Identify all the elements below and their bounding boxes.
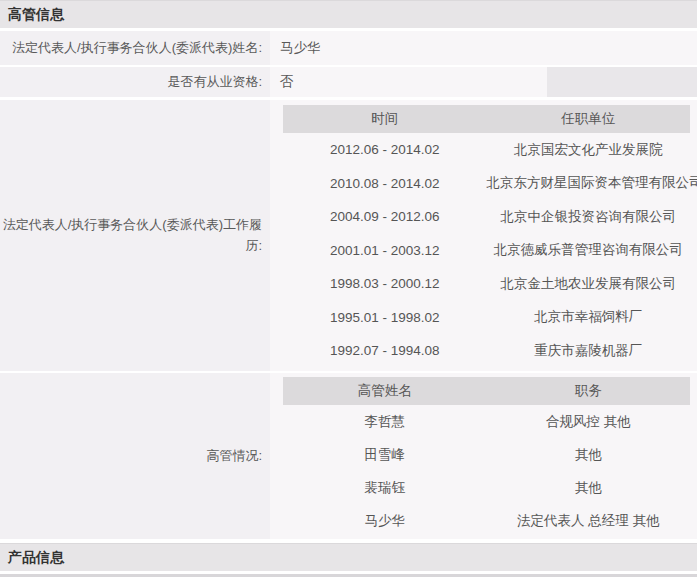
executive-name-cell: 马少华: [283, 512, 487, 530]
table-row: 1998.03 - 2000.12 北京金土地农业发展有限公司: [283, 267, 690, 301]
section-header-executive-info: 高管信息: [0, 0, 697, 28]
time-cell: 2012.06 - 2014.02: [283, 142, 487, 157]
section-title: 高管信息: [8, 6, 64, 24]
work-history-label: 法定代表人/执行事务合伙人(委派代表)工作履历:: [0, 215, 262, 255]
employer-cell: 北京金土地农业发展有限公司: [487, 275, 691, 293]
time-cell: 1992.07 - 1994.08: [283, 343, 487, 358]
legal-rep-name-label: 法定代表人/执行事务合伙人(委派代表)姓名:: [12, 38, 262, 58]
table-row: 2010.08 - 2014.02 北京东方财星国际资本管理有限公司: [283, 167, 690, 201]
column-header-position: 职务: [487, 377, 691, 405]
employer-cell: 重庆市嘉陵机器厂: [487, 342, 691, 360]
work-history-label-cell: 法定代表人/执行事务合伙人(委派代表)工作履历:: [0, 100, 270, 371]
legal-rep-name-value: 马少华: [280, 39, 321, 57]
employer-cell: 北京东方财星国际资本管理有限公司: [487, 174, 691, 192]
position-cell: 法定代表人 总经理 其他: [487, 512, 691, 530]
empty-cell-filler: [547, 67, 697, 97]
table-row: 马少华 法定代表人 总经理 其他: [283, 504, 690, 537]
column-header-executive-name: 高管姓名: [283, 377, 487, 405]
table-row: 2012.06 - 2014.02 北京国宏文化产业发展院: [283, 133, 690, 167]
employer-cell: 北京市幸福饲料厂: [487, 308, 691, 326]
work-history-table-area: 时间 任职单位 2012.06 - 2014.02 北京国宏文化产业发展院 20…: [270, 100, 697, 371]
legal-rep-name-value-cell: 马少华: [270, 31, 697, 65]
field-row-legal-rep-name: 法定代表人/执行事务合伙人(委派代表)姓名: 马少华: [0, 31, 697, 65]
executives-label: 高管情况:: [206, 446, 262, 466]
table-row: 裴瑞钰 其他: [283, 471, 690, 504]
employer-cell: 北京国宏文化产业发展院: [487, 141, 691, 159]
table-row: 1992.07 - 1994.08 重庆市嘉陵机器厂: [283, 334, 690, 368]
executives-label-cell: 高管情况:: [0, 373, 270, 539]
qualification-label: 是否有从业资格:: [167, 72, 262, 92]
section-header-product-info: 产品信息: [0, 543, 697, 571]
qualification-label-cell: 是否有从业资格:: [0, 67, 270, 97]
table-row: 2001.01 - 2003.12 北京德威乐普管理咨询有限公司: [283, 234, 690, 268]
executive-name-cell: 李哲慧: [283, 413, 487, 431]
employer-cell: 北京中企银投资咨询有限公司: [487, 208, 691, 226]
table-row: 1995.01 - 1998.02 北京市幸福饲料厂: [283, 301, 690, 335]
work-history-table-header: 时间 任职单位: [283, 105, 690, 133]
table-row: 2004.09 - 2012.06 北京中企银投资咨询有限公司: [283, 200, 690, 234]
column-header-employer: 任职单位: [487, 105, 691, 133]
position-cell: 其他: [487, 446, 691, 464]
table-row: 田雪峰 其他: [283, 438, 690, 471]
time-cell: 2010.08 - 2014.02: [283, 176, 487, 191]
time-cell: 2001.01 - 2003.12: [283, 243, 487, 258]
executives-table: 高管姓名 职务 李哲慧 合规风控 其他 田雪峰 其他 裴瑞钰 其他 马少华 法定…: [283, 377, 690, 537]
field-row-executives: 高管情况: 高管姓名 职务 李哲慧 合规风控 其他 田雪峰 其他 裴瑞钰 其他 …: [0, 373, 697, 539]
time-cell: 1995.01 - 1998.02: [283, 310, 487, 325]
position-cell: 合规风控 其他: [487, 413, 691, 431]
position-cell: 其他: [487, 479, 691, 497]
field-row-work-history: 法定代表人/执行事务合伙人(委派代表)工作履历: 时间 任职单位 2012.06…: [0, 100, 697, 371]
table-row: 李哲慧 合规风控 其他: [283, 405, 690, 438]
legal-rep-name-label-cell: 法定代表人/执行事务合伙人(委派代表)姓名:: [0, 31, 270, 65]
time-cell: 2004.09 - 2012.06: [283, 209, 487, 224]
executives-table-header: 高管姓名 职务: [283, 377, 690, 405]
employer-cell: 北京德威乐普管理咨询有限公司: [487, 241, 691, 259]
executives-table-area: 高管姓名 职务 李哲慧 合规风控 其他 田雪峰 其他 裴瑞钰 其他 马少华 法定…: [270, 373, 697, 539]
executive-name-cell: 裴瑞钰: [283, 479, 487, 497]
executive-name-cell: 田雪峰: [283, 446, 487, 464]
section-title: 产品信息: [8, 549, 64, 567]
field-row-qualification: 是否有从业资格: 否: [0, 67, 697, 97]
work-history-table: 时间 任职单位 2012.06 - 2014.02 北京国宏文化产业发展院 20…: [283, 105, 690, 368]
qualification-value: 否: [280, 73, 294, 91]
qualification-value-cell: 否: [270, 67, 547, 97]
time-cell: 1998.03 - 2000.12: [283, 276, 487, 291]
column-header-time: 时间: [283, 105, 487, 133]
